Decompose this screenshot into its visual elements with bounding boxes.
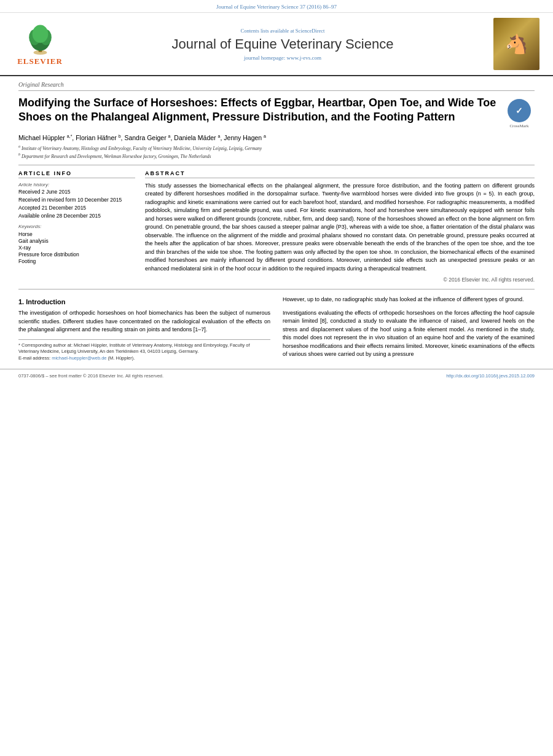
body-columns: 1. Introduction The investigation of ort…	[18, 296, 535, 364]
keyword-horse: Horse	[18, 231, 135, 237]
abstract-heading: ABSTRACT	[145, 170, 535, 178]
article-category: Original Research	[18, 76, 535, 91]
footnote-area: * Corresponding author at: Michael Hüppl…	[18, 339, 270, 362]
divider-1	[18, 165, 535, 165]
keyword-gait: Gait analysis	[18, 238, 135, 244]
footnote-email: E-mail address: michael-hueppler@web.de …	[18, 355, 270, 362]
body-paragraph-1: The investigation of orthopedic horsesho…	[18, 309, 270, 334]
elsevier-logo: ELSEVIER	[12, 18, 68, 70]
footer-doi[interactable]: http://dx.doi.org/10.1016/j.jevs.2015.12…	[446, 373, 535, 379]
elsevier-brand: ELSEVIER	[17, 57, 63, 66]
divider-2	[18, 289, 535, 289]
abstract-panel: ABSTRACT This study assesses the biomech…	[145, 170, 535, 283]
article-body: Original Research Modifying the Surface …	[0, 76, 553, 364]
article-info-heading: ARTICLE INFO	[18, 170, 135, 178]
elsevier-tree-icon	[23, 22, 57, 55]
authors-text: Michael Hüppler a,*, Florian Häfner b, S…	[18, 134, 266, 141]
affiliation-b: b Department for Research and Developmen…	[18, 152, 535, 160]
cover-placeholder: 🐴	[493, 18, 539, 70]
body-paragraph-right-1: However, up to date, no radiographic stu…	[283, 296, 535, 304]
page-footer: 0737-0806/$ – see front matter © 2016 El…	[0, 369, 553, 382]
info-abstract-columns: ARTICLE INFO Article history: Received 2…	[18, 170, 535, 283]
abstract-text: This study assesses the biomechanical ef…	[145, 182, 535, 274]
journal-homepage: journal homepage: www.j-evs.com	[244, 55, 321, 61]
keyword-footing: Footing	[18, 258, 135, 264]
email-link[interactable]: michael-hueppler@web.de	[52, 355, 106, 361]
contents-available-line: Contents lists available at ScienceDirec…	[241, 28, 325, 34]
body-paragraph-right-2: Investigations evaluating the effects of…	[283, 309, 535, 359]
journal-title: Journal of Equine Veterinary Science	[172, 36, 394, 52]
keywords-label: Keywords:	[18, 224, 135, 229]
journal-citation: Journal of Equine Veterinary Science 37 …	[216, 4, 337, 10]
keyword-pressure: Pressure force distribution	[18, 251, 135, 258]
keyword-xray: X-ray	[18, 245, 135, 251]
section1-title: 1. Introduction	[18, 298, 270, 305]
svg-point-5	[32, 25, 48, 43]
journal-citation-bar: Journal of Equine Veterinary Science 37 …	[0, 0, 553, 13]
journal-header: ELSEVIER Contents lists available at Sci…	[0, 13, 553, 76]
received-date: Received 2 June 2015	[18, 189, 135, 195]
journal-header-center: Contents lists available at ScienceDirec…	[74, 18, 492, 70]
history-label: Article history:	[18, 182, 135, 187]
article-title: Modifying the Surface of Horseshoes: Eff…	[18, 96, 504, 125]
authors-line: Michael Hüppler a,*, Florian Häfner b, S…	[18, 133, 535, 141]
copyright-line: © 2016 Elsevier Inc. All rights reserved…	[145, 277, 535, 283]
revised-date: Received in revised form 10 December 201…	[18, 197, 135, 203]
footer-issn: 0737-0806/$ – see front matter © 2016 El…	[18, 373, 163, 379]
article-info-panel: ARTICLE INFO Article history: Received 2…	[18, 170, 135, 283]
accepted-date: Accepted 21 December 2015	[18, 205, 135, 211]
crossmark-label: CrossMark	[509, 124, 528, 128]
title-section: Modifying the Surface of Horseshoes: Eff…	[18, 96, 535, 128]
journal-cover-image: 🐴	[492, 18, 541, 70]
body-right-col: However, up to date, no radiographic stu…	[283, 296, 535, 364]
affiliation-a: a Institute of Veterinary Anatomy, Histo…	[18, 144, 535, 152]
available-online-date: Available online 28 December 2015	[18, 213, 135, 219]
crossmark-icon: ✓	[508, 99, 531, 122]
body-left-col: 1. Introduction The investigation of ort…	[18, 296, 270, 364]
affiliations: a Institute of Veterinary Anatomy, Histo…	[18, 144, 535, 160]
footnote-corresponding: * Corresponding author at: Michael Hüppl…	[18, 342, 270, 355]
crossmark-badge: ✓ CrossMark	[504, 96, 535, 128]
